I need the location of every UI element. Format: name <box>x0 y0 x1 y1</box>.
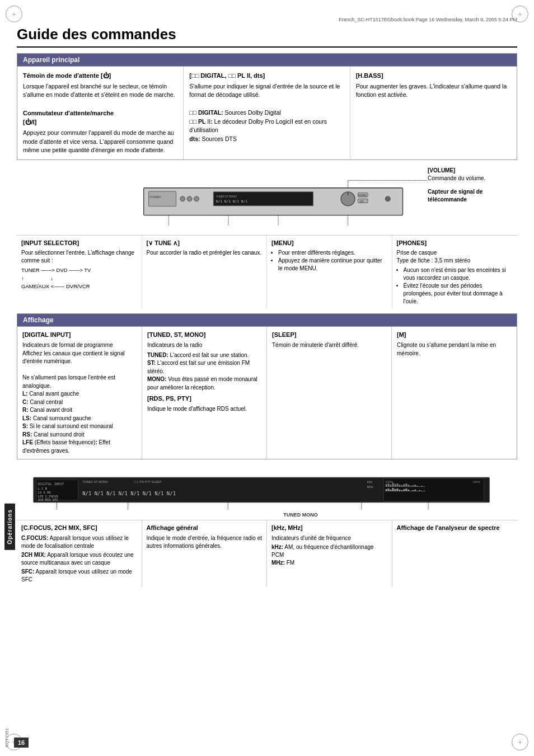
svg-rect-58 <box>392 488 394 491</box>
bottom-affichage-general: Affichage général Indique le mode d'entr… <box>142 520 268 586</box>
annotation-input-selector: [INPUT SELECTOR] Pour sélectionner l'ent… <box>17 236 142 309</box>
svg-text:10kHz: 10kHz <box>473 481 481 483</box>
bottom-khz-title: [kHz, MHz] <box>271 524 387 532</box>
affichage-rds-title: [RDS, PS, PTY] <box>147 395 261 403</box>
annotation-phones-item1: Aucun son n'est émis par les enceintes s… <box>404 266 513 282</box>
affichage-m: [M] Clignote ou s'allume pendant la mise… <box>392 327 517 459</box>
svg-rect-41 <box>394 484 396 487</box>
cell-digital-item2: □□ PL II: Le décodeur Dolby Pro LogicII … <box>189 118 344 135</box>
svg-rect-53 <box>421 486 423 487</box>
svg-text:L    C    R: L C R <box>38 487 48 490</box>
cell-attente-text1: Lorsque l'appareil est branché sur le se… <box>23 82 177 100</box>
affichage-sleep: [SLEEP] Témoin de minuterie d'arrêt diff… <box>267 327 392 459</box>
tuner-path-diagram: TUNER ——> DVD ——> TV ↑ ↓ GAME/AUX <—— DV… <box>21 266 137 290</box>
bottom-cfocus-item1: C.FOCUS: Apparaît lorsque vous utilisez … <box>21 534 137 550</box>
svg-text:kHz: kHz <box>367 480 373 483</box>
annotation-input-title: [INPUT SELECTOR] <box>21 239 137 247</box>
cell-hbass-title: [H.BASS] <box>356 71 511 81</box>
svg-text:N/1  N/1  N/1  N/1: N/1 N/1 N/1 N/1 <box>216 199 247 203</box>
cell-hbass: [H.BASS] Pour augmenter les graves. L'in… <box>350 67 517 159</box>
svg-text:STANDBY: STANDBY <box>149 196 161 199</box>
affichage-tuned-item1: TUNED: L'accord est fait sur une station… <box>147 351 261 360</box>
bottom-analyseur-title: Affichage de l'analyseur de spectre <box>397 524 513 532</box>
affichage-tuned-intro: Indicateurs de la radio <box>147 341 261 350</box>
volume-label: [VOLUME] Commande du volume. <box>428 167 512 182</box>
svg-rect-37 <box>386 484 387 487</box>
svg-rect-42 <box>396 483 398 487</box>
affichage-di-ls: LS: Canal surround gauche <box>22 415 137 423</box>
cell-digital-item1: □□ DIGITAL: Sources Dolby Digital <box>189 109 344 118</box>
affichage-di-title: [DIGITAL INPUT] <box>22 331 137 340</box>
cell-digital-title: [□□ DIGITAL, □□ PL II, dts] <box>189 71 344 81</box>
svg-text:DOWN: DOWN <box>358 194 366 197</box>
affichage-grid: [DIGITAL INPUT] Indicateurs de format de… <box>17 326 517 459</box>
affichage-rds-text: Indique le mode d'affichage RDS actuel. <box>147 405 261 414</box>
svg-rect-50 <box>414 485 416 487</box>
svg-text:TUNED  ST  MONO: TUNED ST MONO <box>82 480 108 483</box>
annotation-tune-text: Pour accorder la radio et prérégler les … <box>147 249 263 257</box>
volume-text: Commande du volume. <box>428 175 485 181</box>
svg-rect-51 <box>416 486 418 487</box>
svg-text:UP: UP <box>360 200 363 203</box>
rqt-number: RQT7951 <box>4 728 10 748</box>
bottom-khz-item2: MHz: FM <box>271 559 387 567</box>
svg-text:TUNER  ST  MONO: TUNER ST MONO <box>216 195 237 198</box>
svg-rect-48 <box>410 486 411 487</box>
svg-rect-61 <box>399 490 400 491</box>
svg-rect-43 <box>399 485 400 487</box>
svg-rect-38 <box>388 483 390 487</box>
affichage-m-title: [M] <box>397 331 512 340</box>
svg-rect-60 <box>396 489 398 491</box>
affichage-di-s: S: Si le canal surround est monaural <box>22 422 137 431</box>
svg-point-3 <box>180 196 185 201</box>
section-header-1: Appareil principal <box>17 54 517 66</box>
svg-rect-47 <box>407 485 409 487</box>
affichage-tuned-item3: MONO: Vous êtes passé en mode monaural p… <box>147 375 261 392</box>
annotation-menu: [MENU] Pour entrer différents réglages. … <box>267 236 392 309</box>
svg-rect-65 <box>407 490 409 491</box>
annotation-menu-list: Pour entrer différents réglages. Appuyez… <box>271 249 387 273</box>
tuned-mono-label: TUNED MONO <box>50 512 534 518</box>
affichage-sleep-title: [SLEEP] <box>272 331 386 340</box>
svg-point-15 <box>385 196 390 201</box>
annotation-phones-list: Aucun son n'est émis par les enceintes s… <box>397 266 513 306</box>
file-info: French_SC-HT1517EGbook.book Page 16 Wedn… <box>17 17 517 22</box>
annotation-phones-title: [PHONES] <box>397 239 513 247</box>
svg-rect-66 <box>410 491 411 491</box>
svg-point-5 <box>194 196 199 201</box>
bottom-ag-title: Affichage général <box>147 524 263 532</box>
section-appareil-principal: Appareil principal Témoin de mode d'atte… <box>17 53 517 160</box>
bottom-khz-text: Indicateurs d'unité de fréquence <box>271 534 387 542</box>
corner-mark-tr <box>512 6 528 22</box>
capteur-label: Capteur de signal de télécommande <box>428 188 512 204</box>
display-schematic-section: DIGITAL INPUT L C R LS S RS LFE C.FOCUS … <box>17 466 517 586</box>
affichage-tuned-item2: ST: L'accord est fait sur une émission F… <box>147 359 261 375</box>
annotation-menu-item1: Pour entrer différents réglages. <box>278 249 387 257</box>
affichage-di-text2: Ne s'allument pas lorsque l'entrée est a… <box>22 374 137 390</box>
cell-hbass-text: Pour augmenter les graves. L'indicateur … <box>356 82 511 100</box>
bottom-annotations-grid: [INPUT SELECTOR] Pour sélectionner l'ent… <box>17 235 517 309</box>
cell-attente: Témoin de mode d'attente [⏻] Lorsque l'a… <box>17 67 184 159</box>
svg-rect-39 <box>390 485 392 487</box>
section-affichage: Affichage [DIGITAL INPUT] Indicateurs de… <box>17 313 517 459</box>
svg-rect-64 <box>405 489 407 491</box>
bottom-cfocus: [C.FOCUS, 2CH MIX, SFC] C.FOCUS: Apparaî… <box>17 520 142 586</box>
corner-mark-tl <box>6 6 22 22</box>
svg-rect-46 <box>405 483 407 487</box>
affichage-m-text: Clignote ou s'allume pendant la mise en … <box>397 341 512 358</box>
bottom-khz-mhz: [kHz, MHz] Indicateurs d'unité de fréque… <box>267 520 392 586</box>
cell-commutateur-text: Appuyez pour commuter l'appareil du mode… <box>23 129 177 155</box>
svg-rect-62 <box>401 490 402 491</box>
right-labels: [VOLUME] Commande du volume. Capteur de … <box>428 167 517 204</box>
affichage-di-r: R: Canal avant droit <box>22 406 137 415</box>
svg-rect-40 <box>392 483 394 487</box>
affichage-di-l: L: Canal avant gauche <box>22 390 137 398</box>
svg-rect-71 <box>421 491 423 491</box>
affichage-di-lfe: LFE (Effets basse fréquence): Effet d'ex… <box>22 439 137 455</box>
section-header-2: Affichage <box>17 314 517 326</box>
bottom-analyseur: Affichage de l'analyseur de spectre <box>392 520 518 586</box>
svg-text:MHz: MHz <box>367 485 373 489</box>
svg-rect-52 <box>419 486 420 487</box>
bottom-cells-grid: [C.FOCUS, 2CH MIX, SFC] C.FOCUS: Apparaî… <box>17 520 517 586</box>
svg-rect-6 <box>213 192 313 206</box>
